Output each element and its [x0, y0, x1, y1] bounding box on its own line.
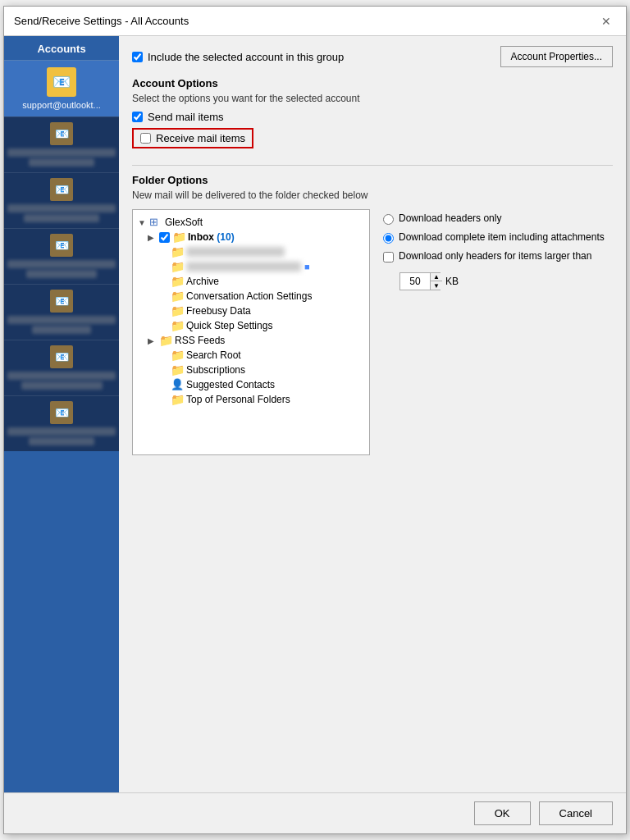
tree-item-archive[interactable]: 📁 Archive — [136, 274, 366, 289]
account-label-1b — [29, 158, 94, 167]
send-mail-label: Send mail items — [148, 111, 223, 123]
download-larger-option[interactable]: Download only headers for items larger t… — [383, 250, 605, 262]
tree-root[interactable]: ▼ ⊞ GlexSoft — [136, 215, 366, 230]
blur2-icon: 📁 — [171, 261, 184, 272]
suggestedcontacts-icon: 👤 — [171, 379, 184, 390]
blur2-label — [186, 262, 301, 272]
archive-icon: 📁 — [171, 276, 184, 287]
account-icon-4: 📧 — [50, 290, 73, 313]
account-item-4[interactable]: 📧 — [4, 284, 119, 340]
account-options-title: Account Options — [132, 77, 613, 89]
account-icon-6: 📧 — [50, 401, 73, 424]
rssfeeds-label: RSS Feeds — [175, 335, 225, 346]
include-account-checkbox[interactable] — [132, 52, 143, 62]
account-icon-3: 📧 — [50, 234, 73, 257]
tree-item-quickstep[interactable]: 📁 Quick Step Settings — [136, 318, 366, 333]
searchroot-icon: 📁 — [171, 349, 184, 361]
tree-item-blur1[interactable]: 📁 — [136, 244, 366, 259]
account-label-5b — [21, 381, 103, 390]
account-icon-2: 📧 — [50, 178, 73, 201]
kb-value-input[interactable] — [400, 273, 430, 290]
kb-unit-label: KB — [445, 276, 459, 287]
account-properties-button[interactable]: Account Properties... — [500, 46, 613, 67]
tree-item-searchroot[interactable]: 📁 Search Root — [136, 348, 366, 363]
inbox-label: Inbox (10) — [188, 231, 235, 243]
receive-mail-label: Receive mail items — [156, 132, 245, 144]
primary-account-item[interactable]: 📧 support@outlookt... — [4, 61, 119, 116]
conversation-icon: 📁 — [171, 290, 184, 302]
download-headers-radio[interactable] — [383, 214, 394, 225]
dialog-footer: OK Cancel — [4, 792, 626, 833]
account-label-4b — [32, 326, 92, 334]
download-larger-checkbox[interactable] — [383, 252, 394, 262]
searchroot-label: Search Root — [186, 349, 241, 361]
kb-down-button[interactable]: ▼ — [431, 281, 442, 290]
tree-item-conversation[interactable]: 📁 Conversation Action Settings — [136, 289, 366, 304]
inbox-count: (10) — [217, 231, 234, 243]
tree-item-topfolders[interactable]: 📁 Top of Personal Folders — [136, 392, 366, 407]
send-mail-checkbox[interactable] — [132, 112, 143, 122]
sidebar-header: Accounts — [4, 36, 119, 61]
tree-item-suggestedcontacts[interactable]: 👤 Suggested Contacts — [136, 377, 366, 392]
include-account-row: Include the selected account in this gro… — [132, 46, 613, 67]
root-label: GlexSoft — [165, 217, 203, 228]
quickstep-icon: 📁 — [171, 320, 184, 331]
blur2-badge: ■ — [304, 262, 310, 272]
inbox-arrow-icon: ▶ — [148, 233, 159, 242]
cancel-button[interactable]: Cancel — [539, 801, 613, 825]
account-label-6b — [29, 437, 94, 445]
send-mail-row: Send mail items — [132, 111, 613, 123]
account-item-5[interactable]: 📧 — [4, 340, 119, 395]
inbox-folder-icon: 📁 — [172, 231, 185, 243]
account-label-2 — [7, 204, 116, 212]
download-complete-option[interactable]: Download complete item including attachm… — [383, 231, 605, 244]
account-label-5 — [7, 372, 116, 380]
account-item-1[interactable]: 📧 — [4, 116, 119, 172]
topfolders-icon: 📁 — [171, 394, 184, 405]
account-label-1 — [7, 148, 116, 157]
account-label-4 — [7, 316, 116, 324]
tree-item-freebusy[interactable]: 📁 Freebusy Data — [136, 304, 366, 318]
root-arrow-icon: ▼ — [138, 218, 149, 227]
account-item-2[interactable]: 📧 — [4, 172, 119, 228]
tree-item-blur2[interactable]: 📁 ■ — [136, 259, 366, 274]
kb-row: ▲ ▼ KB — [383, 272, 605, 290]
account-icon-1: 📧 — [50, 122, 73, 145]
account-item-3[interactable]: 📧 — [4, 228, 119, 284]
ok-button[interactable]: OK — [474, 801, 531, 825]
freebusy-icon: 📁 — [171, 305, 184, 317]
account-options-subtitle: Select the options you want for the sele… — [132, 93, 613, 104]
folder-panel: ▼ ⊞ GlexSoft ▶ 📁 Inbox (10) — [132, 209, 613, 455]
subscriptions-icon: 📁 — [171, 364, 184, 376]
include-account-label: Include the selected account in this gro… — [148, 51, 344, 63]
root-folder-icon: ⊞ — [149, 217, 162, 228]
accounts-sidebar: Accounts 📧 support@outlookt... 📧 📧 📧 — [4, 36, 119, 792]
download-larger-label: Download only headers for items larger t… — [399, 250, 591, 262]
account-label-3b — [26, 270, 97, 278]
title-bar: Send/Receive Settings - All Accounts ✕ — [4, 7, 626, 36]
primary-account-icon: 📧 — [47, 67, 76, 97]
tree-item-subscriptions[interactable]: 📁 Subscriptions — [136, 363, 366, 377]
topfolders-label: Top of Personal Folders — [186, 394, 290, 405]
close-button[interactable]: ✕ — [596, 11, 616, 31]
folder-options-subtitle: New mail will be delivered to the folder… — [132, 189, 613, 201]
kb-up-button[interactable]: ▲ — [431, 273, 442, 281]
inbox-checkbox[interactable] — [159, 232, 170, 243]
receive-mail-checkbox[interactable] — [140, 133, 151, 144]
account-item-6[interactable]: 📧 — [4, 395, 119, 451]
tree-item-rssfeeds[interactable]: ▶ 📁 RSS Feeds — [136, 333, 366, 348]
download-headers-only-option[interactable]: Download headers only — [383, 212, 605, 225]
tree-item-inbox[interactable]: ▶ 📁 Inbox (10) — [136, 230, 366, 244]
subscriptions-label: Subscriptions — [186, 364, 245, 376]
download-options: Download headers only Download complete … — [383, 209, 605, 290]
folder-options-section: Folder Options New mail will be delivere… — [132, 174, 613, 455]
download-complete-label: Download complete item including attachm… — [399, 231, 605, 243]
rssfeeds-arrow-icon: ▶ — [148, 336, 159, 345]
account-label-3 — [7, 260, 116, 268]
dialog-title: Send/Receive Settings - All Accounts — [14, 15, 189, 27]
download-complete-radio[interactable] — [383, 233, 394, 244]
kb-arrows: ▲ ▼ — [430, 273, 442, 290]
account-icon-5: 📧 — [50, 345, 73, 368]
rssfeeds-icon: 📁 — [159, 335, 172, 346]
download-headers-label: Download headers only — [399, 212, 501, 224]
